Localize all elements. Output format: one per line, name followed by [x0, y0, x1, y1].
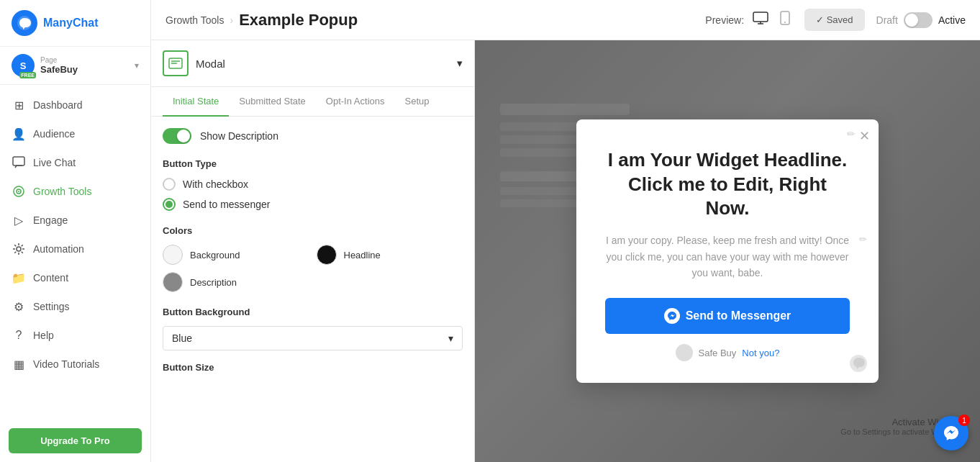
logo-area: ManyChat	[0, 0, 150, 47]
modal-close-button[interactable]: ✕	[859, 128, 870, 144]
show-description-toggle[interactable]	[163, 128, 191, 144]
sidebar-item-label: Engage	[33, 214, 68, 226]
page-name: SafeBuy	[40, 64, 135, 75]
radio-inner-messenger	[165, 201, 173, 208]
sidebar-item-engage[interactable]: ▷ Engage	[0, 206, 150, 235]
tab-initial-state[interactable]: Initial State	[163, 87, 229, 117]
saved-button[interactable]: ✓ Saved	[804, 9, 864, 31]
desktop-preview-icon[interactable]	[750, 9, 771, 31]
breadcrumb-sep: ›	[230, 14, 233, 26]
svg-rect-1	[13, 157, 24, 166]
mobile-preview-icon[interactable]	[777, 8, 793, 32]
modal-copy: I am your copy. Please, keep me fresh an…	[605, 232, 850, 281]
button-bg-dropdown[interactable]: Blue ▾	[163, 326, 463, 350]
user-name: Safe Buy	[699, 348, 737, 358]
video-icon: ▦	[12, 357, 26, 371]
chat-bubble-button[interactable]: 1	[934, 416, 968, 450]
breadcrumb-link[interactable]: Growth Tools	[165, 14, 224, 26]
sidebar-item-label: Automation	[33, 243, 84, 255]
headline-color-label: Headline	[344, 250, 381, 261]
page-label: Page	[40, 56, 135, 64]
engage-icon: ▷	[12, 213, 26, 227]
chat-icon	[12, 155, 26, 170]
modal-dropdown-chevron: ▾	[457, 57, 463, 70]
sidebar-item-label: Growth Tools	[33, 186, 91, 197]
headline-color-swatch	[317, 245, 337, 265]
toggle-knob	[177, 130, 190, 142]
preview-section: Preview:	[705, 8, 793, 32]
main-area: Growth Tools › Example Popup Preview:	[151, 0, 980, 462]
page-selector[interactable]: S FREE Page SafeBuy ▾	[0, 47, 150, 85]
radio-label-messenger: Send to messenger	[183, 199, 270, 210]
active-label: Active	[938, 14, 966, 26]
radio-item-checkbox[interactable]: With checkbox	[163, 178, 463, 191]
panel-body: Show Description Button Type With checkb…	[151, 117, 474, 462]
headline-edit-icon[interactable]: ✏	[847, 128, 856, 140]
sidebar-item-dashboard[interactable]: ⊞ Dashboard	[0, 91, 150, 119]
radio-circle-messenger	[163, 198, 176, 211]
radio-item-messenger[interactable]: Send to messenger	[163, 198, 463, 211]
tab-setup[interactable]: Setup	[394, 87, 439, 117]
preview-label: Preview:	[705, 14, 744, 26]
send-to-messenger-button[interactable]: Send to Messenger	[605, 298, 850, 334]
color-grid: Background Headline Description	[163, 245, 463, 292]
button-size-title: Button Size	[163, 362, 463, 373]
button-bg-title: Button Background	[163, 307, 463, 317]
content-icon: 📁	[12, 271, 26, 285]
messenger-icon	[664, 308, 680, 324]
sidebar-item-automation[interactable]: Automation	[0, 235, 150, 263]
modal-headline[interactable]: I am Your Widget Headline. Click me to E…	[605, 148, 850, 221]
show-description-label: Show Description	[200, 130, 278, 142]
sidebar-item-settings[interactable]: ⚙ Settings	[0, 292, 150, 321]
send-btn-label: Send to Messenger	[686, 309, 791, 322]
sidebar-item-growth-tools[interactable]: Growth Tools	[0, 177, 150, 206]
sidebar-item-video-tutorials[interactable]: ▦ Video Tutorials	[0, 350, 150, 379]
draft-toggle: Draft Active	[876, 12, 966, 28]
sidebar-item-label: Video Tutorials	[33, 358, 99, 370]
color-item-background[interactable]: Background	[163, 245, 309, 265]
svg-rect-6	[753, 12, 768, 22]
modal-overlay: ✕ ✏ I am Your Widget Headline. Click me …	[475, 40, 980, 462]
content-area: Modal ▾ Initial State Submitted State Op…	[151, 40, 980, 462]
not-you-link[interactable]: Not you?	[742, 348, 779, 358]
top-bar: Growth Tools › Example Popup Preview:	[151, 0, 980, 40]
avatar: S FREE	[12, 54, 35, 77]
help-icon: ?	[12, 328, 26, 343]
description-color-swatch	[163, 272, 183, 292]
sidebar-item-label: Live Chat	[33, 157, 76, 168]
modal-type-label: Modal	[196, 58, 225, 70]
sidebar-item-live-chat[interactable]: Live Chat	[0, 148, 150, 177]
preview-area: ✕ ✏ I am Your Widget Headline. Click me …	[475, 40, 980, 462]
tab-opt-in-actions[interactable]: Opt-In Actions	[316, 87, 395, 117]
svg-point-5	[17, 247, 21, 251]
show-description-row: Show Description	[163, 128, 463, 144]
tabs: Initial State Submitted State Opt-In Act…	[151, 87, 474, 117]
sidebar-item-audience[interactable]: 👤 Audience	[0, 119, 150, 148]
sidebar-item-label: Settings	[33, 301, 70, 312]
upgrade-button[interactable]: Upgrade To Pro	[9, 428, 142, 453]
radio-circle-checkbox	[163, 178, 176, 191]
breadcrumb: Growth Tools › Example Popup	[165, 11, 358, 30]
copy-edit-icon[interactable]: ✏	[859, 232, 867, 248]
modal-type-dropdown[interactable]: Modal ▾	[196, 57, 463, 70]
sidebar-item-label: Content	[33, 272, 68, 284]
modal-type-icon	[163, 50, 189, 76]
manychat-watermark	[848, 353, 868, 376]
modal-copy-text[interactable]: I am your copy. Please, keep me fresh an…	[606, 235, 849, 278]
modal-footer: Safe Buy Not you?	[605, 344, 850, 361]
color-item-description[interactable]: Description	[163, 272, 309, 292]
draft-active-toggle[interactable]	[904, 12, 933, 28]
button-bg-value: Blue	[172, 332, 192, 344]
sidebar-item-help[interactable]: ? Help	[0, 321, 150, 350]
page-title: Example Popup	[239, 11, 358, 30]
sidebar-item-content[interactable]: 📁 Content	[0, 263, 150, 292]
modal-popup: ✕ ✏ I am Your Widget Headline. Click me …	[576, 119, 879, 384]
color-item-headline[interactable]: Headline	[317, 245, 463, 265]
background-color-label: Background	[190, 250, 240, 261]
dropdown-chevron-icon: ▾	[448, 332, 453, 344]
svg-point-4	[18, 191, 19, 192]
tab-submitted-state[interactable]: Submitted State	[229, 87, 316, 117]
sidebar-item-label: Dashboard	[33, 99, 83, 111]
sidebar-item-label: Audience	[33, 128, 75, 140]
dashboard-icon: ⊞	[12, 98, 26, 112]
